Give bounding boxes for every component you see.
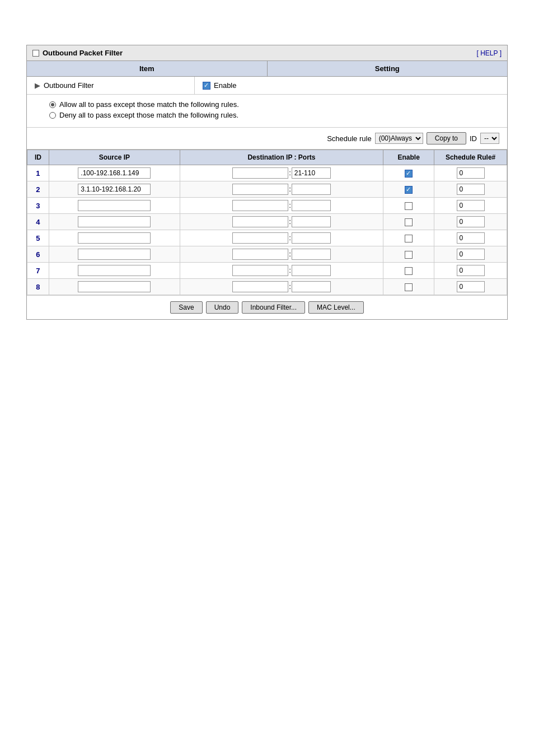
main-panel: Outbound Packet Filter [ HELP ] Item Set… [26,45,508,320]
title-checkbox [32,50,39,57]
row-schedule [434,230,507,246]
schedule-always-dropdown[interactable]: (00)Always [375,133,423,144]
source-ip-input[interactable] [78,200,151,211]
row-id: 6 [27,246,49,263]
schedule-input[interactable] [457,216,485,227]
row-schedule [434,214,507,230]
row-destination: : [180,198,383,214]
row-enable [383,181,434,198]
th-destination: Destination IP : Ports [180,150,383,165]
source-ip-input[interactable] [78,232,151,244]
th-schedule-rule: Schedule Rule# [434,150,507,165]
copy-to-button[interactable]: Copy to [427,132,466,144]
row-destination: : [180,214,383,230]
schedule-row: Schedule rule (00)Always Copy to ID --12… [27,128,507,150]
radio-deny[interactable] [49,112,56,119]
schedule-input[interactable] [457,167,485,179]
row-schedule [434,263,507,279]
row-schedule [434,246,507,263]
schedule-input[interactable] [457,249,485,260]
dest-port-input[interactable] [292,184,331,195]
enable-checkbox[interactable] [405,186,413,194]
table-row: 8: [27,279,507,295]
row-enable [383,230,434,246]
dest-ip-input[interactable] [232,216,288,227]
help-link[interactable]: [ HELP ] [477,49,502,57]
radio-allow[interactable] [49,101,56,108]
inbound-filter-button[interactable]: Inbound Filter... [242,301,305,314]
enable-checkbox[interactable] [405,267,413,275]
enable-checkbox[interactable] [405,202,413,210]
radio-section: Allow all to pass except those match the… [27,95,507,128]
schedule-input[interactable] [457,232,485,244]
dest-ip-input[interactable] [232,232,288,244]
source-ip-input[interactable] [78,265,151,276]
schedule-input[interactable] [457,200,485,211]
table-row: 4: [27,214,507,230]
save-button[interactable]: Save [170,301,202,314]
radio-row-1: Allow all to pass except those match the… [49,100,485,109]
title-left: Outbound Packet Filter [32,49,123,57]
dest-ip-input[interactable] [232,200,288,211]
source-ip-input[interactable] [78,167,151,179]
row-enable [383,165,434,181]
table-row: 7: [27,263,507,279]
column-headers: Item Setting [27,61,507,77]
radio1-label: Allow all to pass except those match the… [59,100,239,109]
id-label: ID [470,134,477,143]
enable-checkbox[interactable] [405,218,413,226]
dest-ip-input[interactable] [232,249,288,260]
enable-checkbox[interactable] [405,283,413,291]
dest-ip-input[interactable] [232,281,288,292]
undo-button[interactable]: Undo [206,301,239,314]
enable-checkbox[interactable] [203,82,210,90]
dest-port-input[interactable] [292,265,331,276]
filter-table: ID Source IP Destination IP : Ports Enab… [27,150,507,295]
row-schedule [434,165,507,181]
row-source-ip [49,198,180,214]
schedule-input[interactable] [457,281,485,292]
id-dropdown[interactable]: --12345678 [480,133,499,144]
row-destination: : [180,165,383,181]
source-ip-input[interactable] [78,184,151,195]
row-id: 5 [27,230,49,246]
row-schedule [434,198,507,214]
schedule-input[interactable] [457,265,485,276]
radio-row-2: Deny all to pass except those match the … [49,111,485,119]
dest-port-input[interactable] [292,249,331,260]
dest-ip-input[interactable] [232,167,288,179]
dest-ip-input[interactable] [232,265,288,276]
row-destination: : [180,246,383,263]
header-item: Item [27,61,268,76]
row-enable [383,246,434,263]
table-row: 6: [27,246,507,263]
mac-level-button[interactable]: MAC Level... [308,301,364,314]
dest-port-input[interactable] [292,167,331,179]
footer-row: Save Undo Inbound Filter... MAC Level... [27,295,507,319]
dest-port-input[interactable] [292,216,331,227]
enable-checkbox[interactable] [405,251,413,259]
row-id: 4 [27,214,49,230]
row-id: 3 [27,198,49,214]
row-id: 8 [27,279,49,295]
source-ip-input[interactable] [78,249,151,260]
row-destination: : [180,279,383,295]
dest-port-input[interactable] [292,200,331,211]
row-source-ip [49,181,180,198]
enable-checkbox[interactable] [405,170,413,178]
radio2-label: Deny all to pass except those match the … [59,111,238,119]
dest-port-input[interactable] [292,232,331,244]
row-source-ip [49,246,180,263]
dest-port-input[interactable] [292,281,331,292]
row-schedule [434,181,507,198]
dest-ip-input[interactable] [232,184,288,195]
table-row: 3: [27,198,507,214]
source-ip-input[interactable] [78,281,151,292]
enable-checkbox[interactable] [405,235,413,242]
source-ip-input[interactable] [78,216,151,227]
schedule-input[interactable] [457,184,485,195]
header-setting: Setting [268,61,508,76]
table-row: 1: [27,165,507,181]
schedule-rule-label: Schedule rule [327,134,372,143]
row-source-ip [49,230,180,246]
